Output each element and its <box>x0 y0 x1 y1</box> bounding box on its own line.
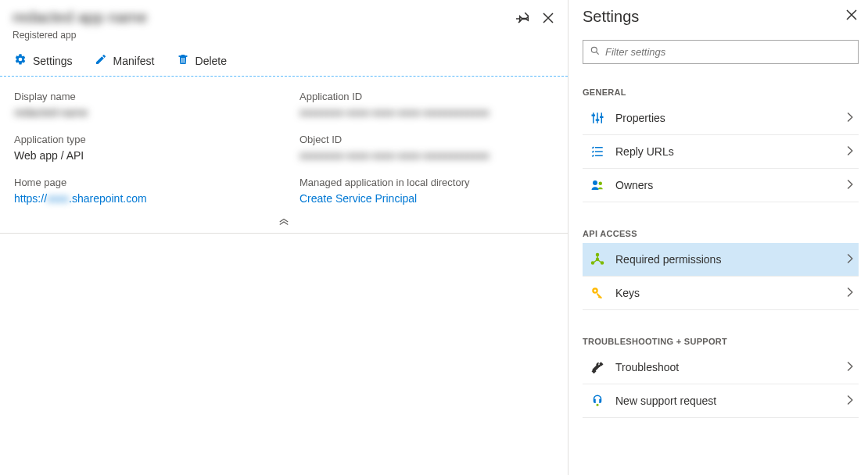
search-icon <box>590 45 605 59</box>
item-label: Required permissions <box>615 253 846 266</box>
field-object-id: Object ID xxxxxxxx-xxxx-xxxx-xxxx-xxxxxx… <box>299 134 554 162</box>
item-label: Troubleshoot <box>615 361 846 373</box>
svg-point-16 <box>601 262 604 264</box>
blade-title: redacted app name <box>13 8 516 27</box>
svg-rect-11 <box>600 116 604 118</box>
svg-rect-1 <box>178 55 187 56</box>
wrench-icon <box>590 360 604 374</box>
chevron-right-icon <box>846 361 854 374</box>
field-managed-app: Managed application in local directory C… <box>299 177 554 205</box>
field-label: Display name <box>14 91 268 102</box>
support-icon <box>590 394 604 408</box>
field-application-id: Application ID xxxxxxxx-xxxx-xxxx-xxxx-x… <box>299 91 554 120</box>
field-label: Application type <box>14 134 268 145</box>
list-icon <box>590 145 604 159</box>
field-application-type: Application type Web app / API <box>14 134 268 162</box>
menu-troubleshoot[interactable]: Troubleshoot <box>583 351 859 384</box>
field-label: Home page <box>14 177 268 188</box>
svg-rect-9 <box>592 115 596 116</box>
menu-properties[interactable]: Properties <box>583 102 859 135</box>
settings-label: Settings <box>33 55 73 67</box>
menu-owners[interactable]: Owners <box>583 169 859 202</box>
field-value: redacted-name <box>14 105 268 120</box>
manifest-label: Manifest <box>113 55 155 67</box>
menu-reply-urls[interactable]: Reply URLs <box>583 135 859 169</box>
item-label: Reply URLs <box>615 145 846 158</box>
svg-point-5 <box>591 47 597 52</box>
registered-app-blade: redacted app name Registered app Setting… <box>0 0 568 475</box>
menu-keys[interactable]: Keys <box>583 277 859 310</box>
item-label: Properties <box>615 112 846 124</box>
section-support: TROUBLESHOOTING + SUPPORT <box>583 337 859 346</box>
svg-point-13 <box>599 182 603 186</box>
blade-header: redacted app name Registered app <box>0 0 568 45</box>
svg-point-15 <box>592 262 594 264</box>
trash-icon <box>177 53 189 68</box>
pencil-icon <box>95 53 107 68</box>
chevron-right-icon <box>846 112 854 125</box>
field-value: Web app / API <box>14 148 268 162</box>
chevron-up-icon <box>278 217 289 228</box>
item-label: New support request <box>615 395 846 407</box>
manifest-button[interactable]: Manifest <box>95 53 155 68</box>
key-icon <box>590 286 604 300</box>
delete-label: Delete <box>195 55 227 67</box>
field-home-page: Home page https://xxxx.sharepoint.com <box>14 177 268 205</box>
svg-rect-10 <box>596 120 600 121</box>
settings-title: Settings <box>583 8 845 26</box>
svg-rect-4 <box>184 58 185 63</box>
chevron-right-icon <box>846 253 854 266</box>
field-label: Object ID <box>299 134 554 145</box>
field-value: xxxxxxxx-xxxx-xxxx-xxxx-xxxxxxxxxxxx <box>299 148 554 162</box>
section-general: GENERAL <box>583 88 859 97</box>
svg-point-20 <box>597 404 599 406</box>
svg-point-12 <box>593 180 597 185</box>
svg-rect-0 <box>181 55 185 55</box>
menu-required-permissions[interactable]: Required permissions <box>583 243 859 277</box>
field-display-name: Display name redacted-name <box>14 91 268 120</box>
svg-rect-7 <box>597 112 598 123</box>
create-service-principal-link[interactable]: Create Service Principal <box>299 191 554 205</box>
permissions-icon <box>590 252 604 266</box>
settings-header: Settings <box>583 8 859 26</box>
chevron-right-icon <box>846 179 854 192</box>
field-value: xxxxxxxx-xxxx-xxxx-xxxx-xxxxxxxxxxxx <box>299 105 554 120</box>
owners-icon <box>590 178 604 192</box>
field-label: Managed application in local directory <box>299 177 554 188</box>
close-icon[interactable] <box>845 8 859 22</box>
hp-prefix: https:// <box>14 192 47 205</box>
sliders-icon <box>590 111 604 125</box>
delete-button[interactable]: Delete <box>177 53 227 68</box>
chevron-right-icon <box>846 145 854 159</box>
blade-subtitle: Registered app <box>13 30 516 41</box>
field-label: Application ID <box>299 91 554 102</box>
menu-new-support-request[interactable]: New support request <box>583 384 859 418</box>
filter-settings-input[interactable] <box>605 46 852 58</box>
item-label: Keys <box>615 287 846 299</box>
chevron-right-icon <box>846 395 854 408</box>
filter-settings-wrap[interactable] <box>583 40 859 64</box>
home-page-link[interactable]: https://xxxx.sharepoint.com <box>14 191 268 205</box>
hp-blur: xxxx <box>47 191 69 205</box>
svg-rect-2 <box>181 58 182 63</box>
pin-icon[interactable] <box>516 11 530 25</box>
details-grid: Display name redacted-name Application I… <box>0 77 568 214</box>
section-api: API ACCESS <box>583 229 859 238</box>
svg-rect-3 <box>182 58 183 63</box>
toolbar: Settings Manifest Delete <box>0 45 568 77</box>
settings-button[interactable]: Settings <box>14 53 73 68</box>
collapse-toggle[interactable] <box>0 214 568 234</box>
svg-point-14 <box>597 254 599 256</box>
chevron-right-icon <box>846 287 854 300</box>
svg-point-19 <box>594 290 597 292</box>
svg-rect-6 <box>593 112 594 123</box>
item-label: Owners <box>615 179 846 191</box>
hp-suffix: .sharepoint.com <box>69 192 147 205</box>
settings-blade: Settings GENERAL Properties Reply URLs O… <box>568 0 868 475</box>
close-icon[interactable] <box>541 11 555 25</box>
gear-icon <box>14 53 27 68</box>
